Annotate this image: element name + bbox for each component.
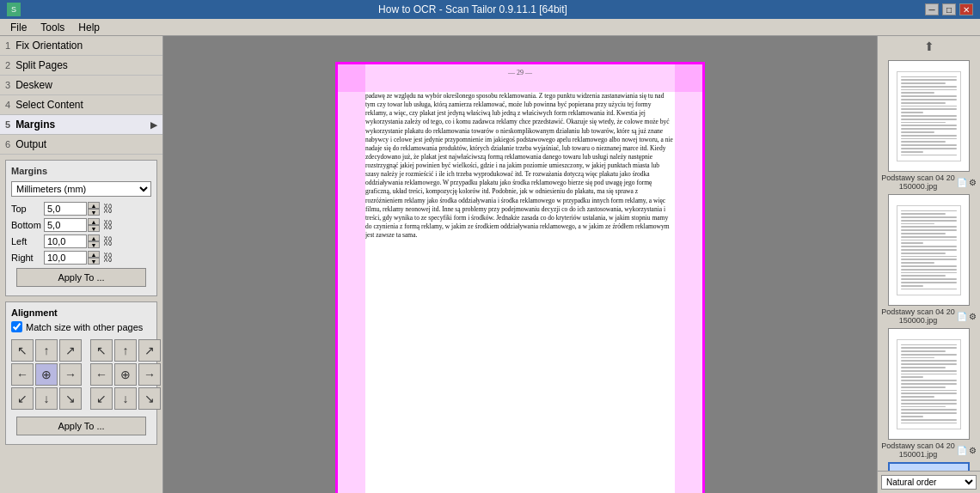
match-size-label: Match size with other pages (26, 322, 143, 332)
right-panel: ⬆ (877, 36, 980, 493)
margin-left-input[interactable] (44, 234, 87, 248)
content-area[interactable]: — 29 — padawę ze względu na wybór określ… (163, 36, 877, 493)
menu-tools[interactable]: Tools (34, 20, 71, 35)
thumb-page-icon-2: 📄 (957, 312, 967, 321)
minimize-button[interactable]: ─ (925, 3, 939, 15)
step-select-content[interactable]: 4 Select Content (0, 95, 162, 115)
sort-select[interactable]: Natural order File name Page number (881, 475, 977, 490)
align2-top-right[interactable]: ↗ (138, 339, 161, 362)
thumb-img-4 (888, 462, 970, 471)
unit-select[interactable]: Millimeters (mm) Inches Pixels (11, 181, 151, 197)
thumb-label-2: Podstawy scan 04 20150000.jpg 📄 ⚙ (881, 307, 977, 325)
margin-right-overlay (675, 62, 705, 493)
align-middle-left[interactable]: ← (11, 363, 34, 386)
alignment-controls: ↖ ↑ ↗ ← ⊕ → ↙ ↓ ↘ ↖ ↑ ↗ ← ⊕ → ↙ (11, 336, 151, 413)
step-5-num: 5 (5, 119, 10, 130)
step-output[interactable]: 6 Output (0, 135, 162, 155)
align2-middle-right[interactable]: → (138, 363, 161, 386)
page-body-content: padawę ze względu na wybór określonego s… (365, 92, 673, 239)
main-layout: 1 Fix Orientation 2 Split Pages 3 Deskew… (0, 36, 980, 493)
margins-panel: Margins Millimeters (mm) Inches Pixels T… (5, 160, 157, 296)
page-number: — 29 — (508, 69, 532, 77)
align-bottom-center[interactable]: ↓ (35, 387, 58, 410)
page-content-main: — 29 — padawę ze względu na wybór określ… (335, 62, 705, 493)
margin-top-input[interactable] (44, 202, 87, 216)
align2-middle-left[interactable]: ← (90, 363, 113, 386)
menu-help[interactable]: Help (71, 20, 107, 35)
window-controls: ─ □ ✕ (925, 3, 973, 15)
align-bottom-right[interactable]: ↘ (59, 387, 82, 410)
margins-apply-button[interactable]: Apply To ... (16, 268, 146, 287)
scroll-up-button[interactable]: ⬆ (878, 36, 980, 57)
margin-left-up[interactable]: ▲ (88, 234, 100, 241)
align2-bottom-right[interactable]: ↘ (138, 387, 161, 410)
match-size-row: Match size with other pages (11, 321, 151, 332)
step-deskew[interactable]: 3 Deskew (0, 76, 162, 95)
margin-bottom-link-icon[interactable]: ⛓ (103, 219, 113, 231)
title-bar: S How to OCR - Scan Tailor 0.9.11.1 [64b… (0, 0, 980, 19)
thumb-img-2 (888, 194, 970, 306)
thumbnail-4[interactable]: Podstawy scan 04 20150001.jpg 📄 ⚙ (881, 462, 977, 471)
margin-bottom-spinner: ▲ ▼ (88, 218, 100, 232)
align-bottom-left[interactable]: ↙ (11, 387, 34, 410)
page-body-text: padawę ze względu na wybór określonego s… (365, 92, 675, 493)
match-size-checkbox[interactable] (11, 321, 22, 332)
thumb-settings-icon-1: ⚙ (969, 178, 977, 187)
margin-right-up[interactable]: ▲ (88, 251, 100, 258)
thumb-label-2-text: Podstawy scan 04 20150000.jpg (881, 307, 955, 325)
thumb-settings-icon-2: ⚙ (969, 312, 977, 321)
margin-top-row: Top ▲ ▼ ⛓ (11, 202, 151, 216)
step-1-num: 1 (5, 40, 10, 51)
margin-right-label: Right (11, 253, 44, 263)
step-margins[interactable]: 5 Margins ▶ (0, 115, 162, 135)
alignment-apply-button[interactable]: Apply To ... (16, 417, 146, 435)
thumb-page-2 (897, 205, 961, 295)
margin-right-down[interactable]: ▼ (88, 258, 100, 265)
sort-bar: Natural order File name Page number (878, 471, 980, 493)
step-fix-orientation[interactable]: 1 Fix Orientation (0, 36, 162, 56)
alignment-panel: Alignment Match size with other pages ↖ … (5, 301, 157, 445)
align-top-right[interactable]: ↗ (59, 339, 82, 362)
align-top-left[interactable]: ↖ (11, 339, 34, 362)
margin-bottom-down[interactable]: ▼ (88, 225, 100, 232)
thumb-img-1 (888, 60, 970, 172)
close-button[interactable]: ✕ (959, 3, 973, 15)
alignment-panel-title: Alignment (11, 307, 151, 318)
margin-right-link-icon[interactable]: ⛓ (103, 252, 113, 264)
align2-top-center[interactable]: ↑ (114, 339, 137, 362)
margin-left-down[interactable]: ▼ (88, 241, 100, 248)
thumbnail-2[interactable]: Podstawy scan 04 20150000.jpg 📄 ⚙ (881, 194, 977, 325)
margins-panel-title: Margins (11, 166, 151, 176)
step-3-num: 3 (5, 80, 10, 90)
align2-top-left[interactable]: ↖ (90, 339, 113, 362)
step-6-num: 6 (5, 139, 10, 149)
thumb-img-3 (888, 328, 970, 440)
thumbnail-1[interactable]: Podstawy scan 04 20150000.jpg 📄 ⚙ (881, 60, 977, 191)
thumb-settings-icon-3: ⚙ (969, 446, 977, 455)
margin-top-spinner: ▲ ▼ (88, 202, 100, 216)
thumb-page-icon-1: 📄 (957, 178, 967, 187)
align-middle-right[interactable]: → (59, 363, 82, 386)
step-1-label: Fix Orientation (15, 40, 83, 52)
align-top-center[interactable]: ↑ (35, 339, 58, 362)
thumb-label-3-text: Podstawy scan 04 20150001.jpg (881, 441, 955, 459)
step-split-pages[interactable]: 2 Split Pages (0, 56, 162, 76)
align2-bottom-left[interactable]: ↙ (90, 387, 113, 410)
margin-top-link-icon[interactable]: ⛓ (103, 203, 113, 215)
thumbnail-3[interactable]: Podstawy scan 04 20150001.jpg 📄 ⚙ (881, 328, 977, 459)
margin-bottom-input[interactable] (44, 218, 87, 232)
margin-top-up[interactable]: ▲ (88, 202, 100, 209)
margin-left-overlay (335, 62, 365, 493)
maximize-button[interactable]: □ (942, 3, 956, 15)
main-page: — 29 — padawę ze względu na wybór określ… (335, 62, 705, 493)
align2-bottom-center[interactable]: ↓ (114, 387, 137, 410)
step-5-label: Margins (15, 119, 55, 131)
margin-right-input[interactable] (44, 251, 87, 265)
margin-bottom-up[interactable]: ▲ (88, 218, 100, 225)
margin-top-down[interactable]: ▼ (88, 209, 100, 216)
margin-left-link-icon[interactable]: ⛓ (103, 235, 113, 247)
thumb-label-1-text: Podstawy scan 04 20150000.jpg (881, 173, 955, 191)
menu-file[interactable]: File (3, 20, 34, 35)
align-middle-center[interactable]: ⊕ (35, 363, 58, 386)
align2-middle-center[interactable]: ⊕ (114, 363, 137, 386)
